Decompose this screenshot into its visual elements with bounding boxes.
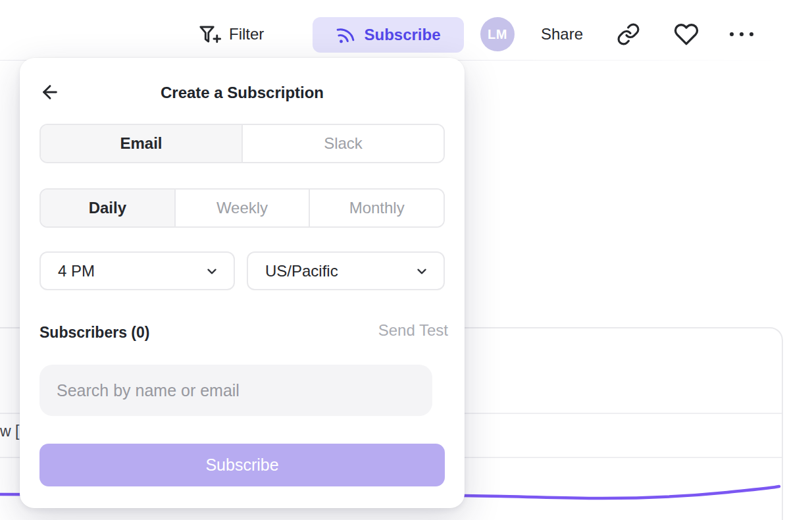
channel-tabs: Email Slack <box>39 124 445 163</box>
subscription-modal: Create a Subscription Email Slack Daily … <box>20 58 465 508</box>
link-icon <box>617 22 640 46</box>
background-partial-text: w [ <box>0 423 19 440</box>
share-button[interactable]: Share <box>541 20 583 49</box>
ellipsis-icon <box>730 32 753 36</box>
rss-icon <box>334 23 358 47</box>
favorite-button[interactable] <box>674 22 699 47</box>
subscribe-submit-button[interactable]: Subscribe <box>39 444 445 486</box>
send-test-button[interactable]: Send Test <box>378 321 448 340</box>
subscribe-label: Subscribe <box>364 26 440 44</box>
subscribers-label: Subscribers (0) <box>39 324 149 342</box>
filter-label: Filter <box>229 25 264 43</box>
copy-link-button[interactable] <box>616 22 641 47</box>
time-select[interactable]: 4 PM <box>39 251 235 290</box>
avatar[interactable]: LM <box>480 17 515 51</box>
time-select-value: 4 PM <box>58 262 95 280</box>
tab-weekly[interactable]: Weekly <box>174 190 309 226</box>
chevron-down-icon <box>205 264 219 278</box>
tab-slack[interactable]: Slack <box>241 125 444 162</box>
tab-monthly[interactable]: Monthly <box>309 190 444 226</box>
timezone-select[interactable]: US/Pacific <box>247 251 445 290</box>
filter-plus-icon <box>197 23 221 45</box>
chevron-down-icon <box>415 264 429 278</box>
search-input[interactable] <box>39 365 432 416</box>
avatar-initials: LM <box>488 27 507 42</box>
tab-email[interactable]: Email <box>41 125 241 162</box>
timezone-select-value: US/Pacific <box>265 262 338 280</box>
more-button[interactable] <box>729 22 754 47</box>
filter-button[interactable]: Filter <box>197 20 264 49</box>
modal-title: Create a Subscription <box>20 84 465 102</box>
tab-daily[interactable]: Daily <box>41 190 174 226</box>
share-label: Share <box>541 25 583 43</box>
frequency-tabs: Daily Weekly Monthly <box>39 188 445 228</box>
subscribe-button[interactable]: Subscribe <box>313 17 464 53</box>
heart-icon <box>674 22 699 47</box>
